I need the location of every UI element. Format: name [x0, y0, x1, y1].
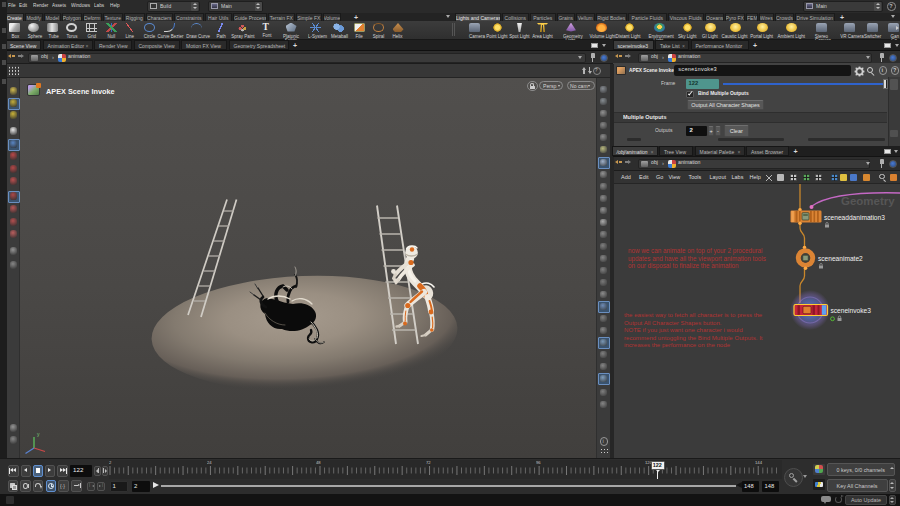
- svg-text:sceneanimate2: sceneanimate2: [818, 255, 863, 262]
- svg-text:Output All Character Shapes bu: Output All Character Shapes button.: [624, 319, 722, 326]
- svg-text:recommend untoggling the Bind: recommend untoggling the Bind Multiple O…: [624, 334, 763, 341]
- svg-text:on our disposal to finalize th: on our disposal to finalize the animatio…: [628, 262, 739, 270]
- svg-text:sceneaddanimation3: sceneaddanimation3: [824, 214, 885, 221]
- svg-text:increases the performance on t: increases the performance on the node: [624, 341, 731, 348]
- svg-text:NOTE if you just want one char: NOTE if you just want one character i wo…: [624, 326, 743, 333]
- svg-text:the easiest way to fetch all c: the easiest way to fetch all character i…: [624, 311, 763, 318]
- svg-text:Geometry: Geometry: [841, 195, 895, 207]
- svg-text:sceneinvoke3: sceneinvoke3: [830, 307, 871, 314]
